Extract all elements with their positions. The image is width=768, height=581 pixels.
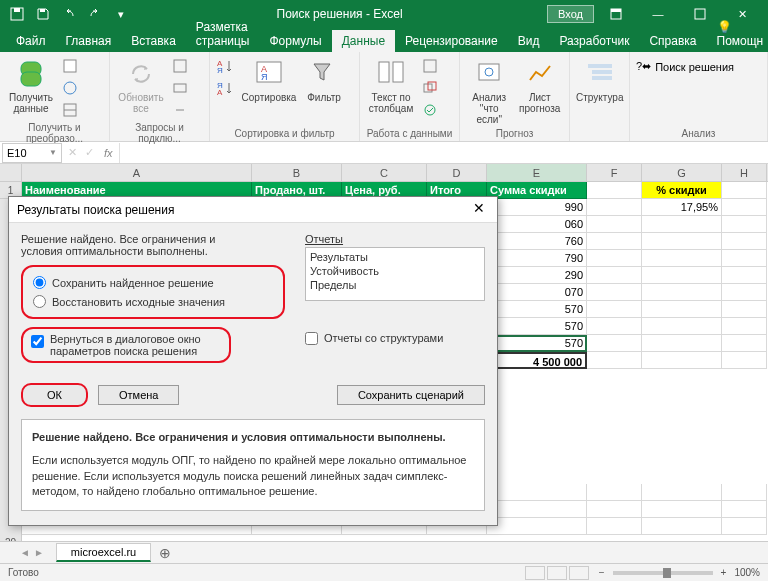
tab-home[interactable]: Главная bbox=[56, 30, 122, 52]
edit-links-icon[interactable] bbox=[170, 100, 190, 120]
pagebreak-view-icon[interactable] bbox=[569, 566, 589, 580]
forecast-button[interactable]: Лист прогноза bbox=[517, 56, 564, 114]
report-item[interactable]: Результаты bbox=[310, 250, 480, 264]
cell[interactable] bbox=[722, 301, 767, 318]
tab-formulas[interactable]: Формулы bbox=[259, 30, 331, 52]
col-header[interactable]: F bbox=[587, 164, 642, 181]
cell[interactable] bbox=[487, 484, 587, 501]
report-item[interactable]: Устойчивость bbox=[310, 264, 480, 278]
properties-icon[interactable] bbox=[170, 78, 190, 98]
cell[interactable] bbox=[722, 267, 767, 284]
cell-H1[interactable] bbox=[722, 182, 767, 199]
sort-asc-icon[interactable]: АЯ bbox=[216, 56, 236, 76]
sheet-nav-next-icon[interactable]: ► bbox=[34, 547, 44, 558]
cell[interactable] bbox=[587, 199, 642, 216]
autosave-icon[interactable] bbox=[6, 3, 28, 25]
enter-formula-icon[interactable]: ✓ bbox=[81, 146, 98, 159]
from-text-icon[interactable] bbox=[60, 56, 80, 76]
cell[interactable] bbox=[587, 284, 642, 301]
cell[interactable] bbox=[587, 518, 642, 535]
cell[interactable] bbox=[642, 518, 722, 535]
cell[interactable] bbox=[642, 216, 722, 233]
tab-review[interactable]: Рецензирование bbox=[395, 30, 508, 52]
col-header[interactable]: H bbox=[722, 164, 767, 181]
tab-view[interactable]: Вид bbox=[508, 30, 550, 52]
cell[interactable] bbox=[722, 284, 767, 301]
remove-dup-icon[interactable] bbox=[420, 78, 440, 98]
sheet-tab[interactable]: microexcel.ru bbox=[56, 543, 151, 562]
filter-button[interactable]: Фильтр bbox=[302, 56, 346, 103]
cell[interactable]: 760 bbox=[487, 233, 587, 250]
cell[interactable] bbox=[642, 352, 722, 369]
cell[interactable] bbox=[587, 267, 642, 284]
cell[interactable] bbox=[722, 199, 767, 216]
cell[interactable] bbox=[642, 284, 722, 301]
cell[interactable] bbox=[722, 518, 767, 535]
cell[interactable]: 570 bbox=[487, 335, 587, 352]
cell-E1[interactable]: Сумма скидки bbox=[487, 182, 587, 199]
whatif-button[interactable]: Анализ "что если" bbox=[466, 56, 513, 125]
col-header[interactable]: G bbox=[642, 164, 722, 181]
cell[interactable] bbox=[642, 335, 722, 352]
undo-icon[interactable] bbox=[58, 3, 80, 25]
minimize-icon[interactable]: — bbox=[638, 0, 678, 28]
sort-button[interactable]: АЯ Сортировка bbox=[240, 56, 298, 103]
zoom-slider[interactable] bbox=[613, 571, 713, 575]
cell[interactable] bbox=[722, 233, 767, 250]
zoom-out-button[interactable]: − bbox=[599, 567, 605, 578]
redo-icon[interactable] bbox=[84, 3, 106, 25]
cell[interactable] bbox=[587, 484, 642, 501]
cell[interactable] bbox=[487, 501, 587, 518]
name-box[interactable]: E10▼ bbox=[2, 143, 62, 163]
cell[interactable] bbox=[587, 216, 642, 233]
cell[interactable]: 290 bbox=[487, 267, 587, 284]
cell[interactable] bbox=[722, 484, 767, 501]
cell[interactable] bbox=[487, 518, 587, 535]
tab-developer[interactable]: Разработчик bbox=[549, 30, 639, 52]
tab-data[interactable]: Данные bbox=[332, 30, 395, 52]
cell[interactable]: 570 bbox=[487, 301, 587, 318]
cell[interactable] bbox=[642, 484, 722, 501]
ribbon-options-icon[interactable] bbox=[596, 0, 636, 28]
tab-insert[interactable]: Вставка bbox=[121, 30, 186, 52]
text-to-columns-button[interactable]: Текст по столбцам bbox=[366, 56, 416, 114]
get-data-button[interactable]: Получить данные bbox=[6, 56, 56, 114]
cell[interactable] bbox=[587, 352, 642, 369]
cell-total[interactable]: 4 500 000 bbox=[487, 352, 587, 369]
cell[interactable] bbox=[587, 301, 642, 318]
cell[interactable] bbox=[642, 501, 722, 518]
cell[interactable] bbox=[722, 250, 767, 267]
cell[interactable] bbox=[587, 233, 642, 250]
cell[interactable] bbox=[642, 233, 722, 250]
cell[interactable]: 790 bbox=[487, 250, 587, 267]
cell[interactable] bbox=[642, 250, 722, 267]
cell-F1[interactable] bbox=[587, 182, 642, 199]
cell[interactable] bbox=[642, 267, 722, 284]
normal-view-icon[interactable] bbox=[525, 566, 545, 580]
cell[interactable]: 070 bbox=[487, 284, 587, 301]
cell[interactable] bbox=[722, 216, 767, 233]
cell[interactable] bbox=[722, 501, 767, 518]
from-table-icon[interactable] bbox=[60, 100, 80, 120]
ok-button[interactable]: ОК bbox=[21, 383, 88, 407]
col-header[interactable]: A bbox=[22, 164, 252, 181]
select-all-corner[interactable] bbox=[0, 164, 22, 181]
reports-listbox[interactable]: Результаты Устойчивость Пределы bbox=[305, 247, 485, 301]
pagelayout-view-icon[interactable] bbox=[547, 566, 567, 580]
cancel-button[interactable]: Отмена bbox=[98, 385, 179, 405]
cell[interactable] bbox=[587, 318, 642, 335]
col-header[interactable]: D bbox=[427, 164, 487, 181]
formula-input[interactable] bbox=[119, 143, 768, 163]
cell[interactable] bbox=[587, 501, 642, 518]
cell[interactable] bbox=[587, 250, 642, 267]
cell[interactable] bbox=[642, 301, 722, 318]
tab-pagelayout[interactable]: Разметка страницы bbox=[186, 16, 260, 52]
cancel-formula-icon[interactable]: ✕ bbox=[64, 146, 81, 159]
outline-button[interactable]: Структура bbox=[576, 56, 623, 103]
tab-file[interactable]: Файл bbox=[6, 30, 56, 52]
login-button[interactable]: Вход bbox=[547, 5, 594, 23]
cell[interactable] bbox=[722, 335, 767, 352]
col-header[interactable]: B bbox=[252, 164, 342, 181]
from-web-icon[interactable] bbox=[60, 78, 80, 98]
restore-original-radio[interactable]: Восстановить исходные значения bbox=[33, 292, 273, 311]
